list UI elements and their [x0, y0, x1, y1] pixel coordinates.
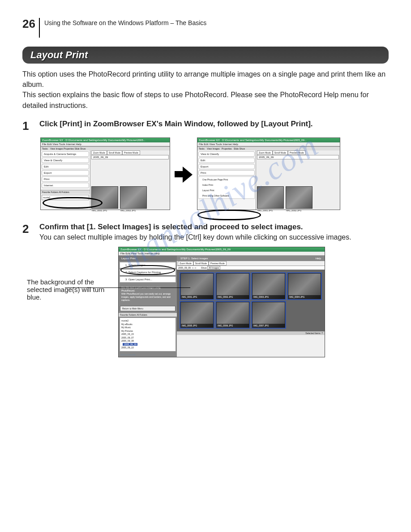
tree-item[interactable]: movie2 [121, 319, 174, 323]
thumb-label: IMG_0005.JPG [181, 324, 213, 327]
step-title: Confirm that [1. Select Images] is selec… [39, 223, 389, 232]
thumbnail[interactable]: IMG_0001.JPG [257, 186, 284, 209]
tab-zoom[interactable]: Zoom Mode [178, 261, 193, 266]
thumb-label: IMG_0001.JPG [181, 295, 213, 299]
task-acquire[interactable]: Acquire & Camera Settings [42, 151, 89, 157]
help-link[interactable]: Help [316, 257, 321, 260]
thumbnail-grid: IMG_0001.JPG IMG_0002.JPG IMG_0003.JPG I… [177, 270, 325, 331]
titlebar: ZoomBrowser EX - D:\Documents and Settin… [41, 138, 170, 142]
thumbnail[interactable]: IMG_0004.JPG [288, 273, 321, 299]
thumb-caption: IMG_0001.JPG [257, 209, 273, 212]
status-bar: Selected Items: 7 [177, 331, 325, 335]
folder-item[interactable]: movie2 [42, 195, 89, 200]
sub-one-photo[interactable]: One Photo per Page Print [199, 177, 254, 182]
tree-item-selected[interactable]: 2005_09_09 [121, 343, 174, 347]
filter-dropdown[interactable]: All Images [207, 266, 220, 270]
opt-select-images[interactable]: 1 Select Images [120, 262, 176, 268]
highlight-layout-print [197, 210, 261, 220]
opt-select-captions[interactable]: 2 Select Captions for Printing [120, 269, 176, 275]
task-export[interactable]: Export [42, 170, 89, 176]
task-view-classify[interactable]: View & Classify [198, 151, 255, 157]
step-number: 2 [22, 223, 39, 241]
thumb-caption: IMG_0001.JPG [92, 209, 107, 212]
tab-scroll[interactable]: Scroll Mode [107, 150, 122, 155]
tree-item[interactable]: 2005_09_07 [121, 336, 174, 340]
tab-preview[interactable]: Preview Mode [122, 150, 140, 155]
tree-item[interactable]: 2005_03_15 [121, 333, 174, 336]
step-subtext: You can select multiple images by holdin… [39, 233, 389, 241]
view-tabs: Zoom ModeScroll ModePreview Mode [257, 151, 339, 154]
opt-label: Select Captions for Printing [128, 271, 161, 274]
fav-tabs: Favorite Folders All Folders [41, 190, 90, 194]
intro-text: This option uses the PhotoRecord printin… [22, 69, 389, 111]
thumbnail[interactable]: IMG_0007.JPG [252, 302, 285, 328]
task-print[interactable]: Print [198, 170, 255, 176]
titlebar: ZoomBrowser EX - D:\Documents and Settin… [197, 138, 340, 142]
thumbnail[interactable]: IMG_0003.JPG [252, 273, 285, 299]
step-number: 1 [22, 120, 39, 133]
add-favorite-link[interactable]: Add to Favorite [119, 352, 177, 357]
task-print[interactable]: Print [42, 176, 89, 182]
tab-preview[interactable]: Preview Mode [209, 261, 227, 266]
task-info: Use this task to print your images using… [119, 283, 177, 305]
task-view-classify[interactable]: View & Classify [42, 158, 89, 163]
thumbnail[interactable]: IMG_0002.JPG [216, 273, 249, 299]
return-main-menu-button[interactable]: Return to Main Menu [120, 306, 176, 311]
show-label: Show [201, 266, 207, 269]
view-tabs: Zoom ModeScroll ModePreview Mode [91, 151, 169, 154]
folder-tree[interactable]: movie2 My eBooks My Music My Pictures 20… [120, 317, 176, 352]
opt-open-layout-print[interactable]: 3 Open Layout Print... [120, 276, 176, 283]
thumb-label: IMG_0002.JPG [217, 295, 249, 299]
tab-zoom[interactable]: Zoom Mode [91, 150, 107, 155]
tree-item[interactable]: My eBooks [121, 323, 174, 326]
titlebar: ZoomBrowser EX - D:\Documents and Settin… [119, 247, 325, 252]
screenshot-select-images: ZoomBrowser EX - D:\Documents and Settin… [118, 247, 325, 357]
thumbnail[interactable]: IMG_0005.JPG [180, 302, 214, 328]
thumb-label: IMG_0006.JPG [217, 324, 249, 327]
sub-other-software[interactable]: Print Using Other Software [199, 193, 254, 198]
thumbnail[interactable]: IMG_0006.JPG [216, 302, 249, 328]
tree-item[interactable]: 2005_09_10 [121, 346, 174, 350]
opt-label: Select Images [128, 264, 146, 266]
task-export[interactable]: Export [198, 164, 255, 169]
step-2: 2 Confirm that [1. Select Images] is sel… [22, 223, 389, 241]
thumb-caption: IMG_0002.JPG [120, 209, 136, 212]
page-header: 26 Using the Software on the Windows Pla… [22, 18, 389, 38]
sub-index-print[interactable]: Index Print [199, 182, 254, 188]
tree-item[interactable]: My Music [121, 326, 174, 330]
path-bar: 2005_09_09 [91, 155, 169, 159]
path-bar: 2005_09_09 [257, 155, 339, 159]
tab-zoom[interactable]: Zoom Mode [257, 150, 273, 155]
thumb-label: IMG_0004.JPG [288, 295, 321, 299]
tree-label: 2005_09_09 [123, 343, 137, 346]
step-title: Click [Print] in ZoomBrowser EX's Main W… [39, 120, 389, 129]
tree-item[interactable]: My Pictures [121, 330, 174, 333]
screenshot-main-window: ZoomBrowser EX - D:\Documents and Settin… [40, 137, 170, 210]
menubar: File Edit View Tools Internet Help [119, 252, 325, 256]
opt-label: Open Layout Print... [128, 278, 152, 281]
thumbnail[interactable]: IMG_0001.JPG [91, 186, 118, 209]
thumb-caption: IMG_0002.JPG [286, 209, 301, 212]
tasks-label: Tasks [42, 147, 48, 150]
leader-line [65, 287, 190, 288]
task-internet[interactable]: Internet [42, 183, 89, 188]
thumb-label: IMG_0003.JPG [253, 295, 285, 299]
task-edit[interactable]: Edit [198, 158, 255, 163]
tab-scroll[interactable]: Scroll Mode [273, 150, 288, 155]
menubar: File Edit View Tools Internet Help [197, 142, 340, 146]
path-bar: 2005_09_09 [178, 266, 191, 269]
callout-note: The background of the selected image(s) … [27, 278, 112, 301]
tab-scroll[interactable]: Scroll Mode [193, 261, 209, 266]
thumbnail[interactable]: IMG_0002.JPG [286, 186, 313, 209]
view-images-btn: View Images [50, 147, 63, 150]
sub-layout-print[interactable]: Layout Print [199, 188, 254, 193]
thumbnail[interactable]: IMG_0002.JPG [120, 186, 147, 209]
tree-item[interactable]: 2005_09_08 [121, 339, 174, 343]
thumbnail[interactable]: IMG_0001.JPG [180, 273, 214, 299]
thumb-label: IMG_0007.JPG [253, 324, 285, 327]
tab-preview[interactable]: Preview Mode [288, 150, 306, 155]
screenshot-print-submenu: ZoomBrowser EX - D:\Documents and Settin… [197, 137, 340, 210]
fav-tabs: Favorite Folders All Folders [119, 313, 177, 317]
task-edit[interactable]: Edit [42, 164, 89, 169]
section-banner: Layout Print [22, 47, 389, 64]
